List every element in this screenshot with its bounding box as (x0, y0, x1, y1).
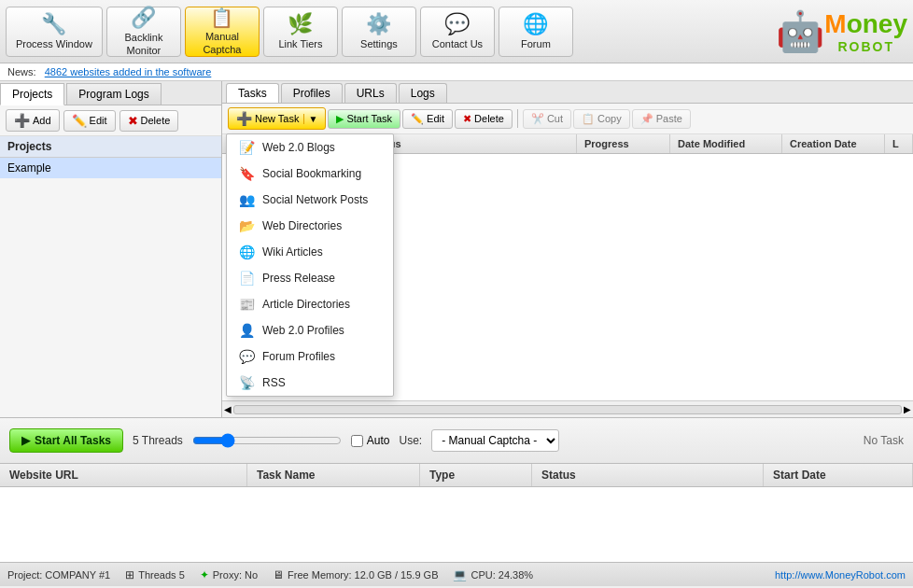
paste-button[interactable]: 📌 Paste (632, 109, 691, 129)
social-bookmarking-icon: 🔖 (238, 165, 255, 182)
status-cpu: 💻 CPU: 24.38% (453, 568, 533, 581)
scroll-right-arrow[interactable]: ▶ (904, 404, 911, 414)
status-threads-label: Threads 5 (138, 569, 185, 581)
edit-task-button[interactable]: ✏️ Edit (402, 109, 453, 129)
forum-button[interactable]: 🌐 Forum (499, 7, 573, 57)
th-date-modified: Date Modified (670, 134, 782, 153)
copy-label: Copy (597, 113, 622, 124)
social-network-posts-icon: 👥 (238, 191, 255, 208)
delete-task-button[interactable]: ✖ Delete (455, 109, 513, 129)
copy-icon: 📋 (582, 113, 595, 125)
cut-button[interactable]: ✂️ Cut (523, 109, 571, 129)
auto-checkbox[interactable] (351, 435, 363, 447)
backlink-monitor-icon: 🔗 (131, 6, 156, 30)
logo-sub: ROBOT (837, 39, 894, 54)
link-tiers-icon: 🌿 (288, 12, 313, 36)
manual-captcha-label: ManualCaptcha (203, 31, 241, 55)
status-proxy-label: Proxy: No (213, 569, 258, 581)
edit-task-icon: ✏️ (411, 113, 424, 125)
start-all-tasks-button[interactable]: ▶ Start All Tasks (9, 428, 123, 453)
th-last: L (885, 134, 913, 153)
status-proxy: ✦ Proxy: No (200, 568, 258, 581)
settings-label: Settings (360, 38, 398, 50)
captcha-select[interactable]: - Manual Captcha - (431, 429, 559, 452)
projects-section-header: Projects (0, 136, 221, 158)
dropdown-web20blogs[interactable]: 📝 Web 2.0 Blogs (227, 134, 393, 161)
forum-profiles-label: Forum Profiles (262, 350, 335, 363)
contact-us-button[interactable]: 💬 Contact Us (420, 7, 495, 57)
tab-logs[interactable]: Logs (399, 83, 447, 103)
news-link[interactable]: 4862 websites added in the software (45, 66, 212, 77)
new-task-dropdown-arrow[interactable]: ▼ (303, 114, 317, 124)
th-progress: Progress (577, 134, 670, 153)
manual-captcha-icon: 📋 (210, 7, 233, 29)
delete-project-button[interactable]: ✖ Delete (119, 110, 179, 132)
auto-checkbox-label[interactable]: Auto (351, 434, 390, 447)
robot-icon: 🤖 (776, 8, 824, 54)
logo-text: Money (824, 9, 907, 39)
proxy-icon: ✦ (200, 568, 209, 581)
status-website-link[interactable]: http://www.MoneyRobot.com (775, 569, 906, 581)
bottom-controls: ▶ Start All Tasks 5 Threads Auto Use: - … (0, 417, 913, 464)
web20blogs-icon: 📝 (238, 139, 255, 156)
dropdown-web-directories[interactable]: 📂 Web Directories (227, 213, 393, 239)
tab-profiles[interactable]: Profiles (281, 83, 343, 103)
no-task-label: No Task (864, 434, 904, 447)
tab-tasks[interactable]: Tasks (226, 83, 279, 103)
threads-slider[interactable] (192, 433, 342, 448)
bottom-table-header: Website URL Task Name Type Status Start … (0, 464, 913, 487)
article-directories-icon: 📰 (238, 296, 255, 313)
dropdown-wiki-articles[interactable]: 🌐 Wiki Articles (227, 239, 393, 265)
paste-label: Paste (656, 113, 682, 124)
right-panel: Tasks Profiles URLs Logs ➕ New Task ▼ 📝 … (222, 81, 913, 417)
start-task-button[interactable]: ▶ Start Task (328, 109, 400, 129)
status-bar: Project: COMPANY #1 ⊞ Threads 5 ✦ Proxy:… (0, 562, 913, 586)
link-tiers-button[interactable]: 🌿 Link Tiers (263, 7, 338, 57)
bth-status: Status (532, 464, 764, 486)
dropdown-forum-profiles[interactable]: 💬 Forum Profiles (227, 343, 393, 370)
start-all-icon: ▶ (21, 434, 30, 447)
new-task-button[interactable]: ➕ New Task ▼ (228, 107, 326, 130)
forum-label: Forum (521, 38, 551, 50)
process-window-button[interactable]: 🔧 Process Window (6, 7, 103, 57)
dropdown-rss[interactable]: 📡 RSS (227, 370, 393, 396)
status-threads: ⊞ Threads 5 (125, 568, 185, 581)
left-actions: ➕ Add ✏️ Edit ✖ Delete (0, 105, 221, 136)
web20blogs-label: Web 2.0 Blogs (262, 141, 335, 154)
dropdown-press-release[interactable]: 📄 Press Release (227, 265, 393, 291)
right-tab-bar: Tasks Profiles URLs Logs (222, 81, 913, 104)
scroll-left-arrow[interactable]: ◀ (224, 404, 232, 414)
copy-button[interactable]: 📋 Copy (573, 109, 630, 129)
status-cpu-label: CPU: 24.38% (471, 569, 533, 581)
backlink-monitor-button[interactable]: 🔗 BacklinkMonitor (106, 7, 181, 57)
settings-button[interactable]: ⚙️ Settings (342, 7, 416, 57)
tab-urls[interactable]: URLs (344, 83, 397, 103)
dropdown-social-bookmarking[interactable]: 🔖 Social Bookmarking (227, 161, 393, 187)
forum-icon: 🌐 (523, 12, 548, 36)
dropdown-social-network-posts[interactable]: 👥 Social Network Posts (227, 187, 393, 213)
dropdown-web20profiles[interactable]: 👤 Web 2.0 Profiles (227, 317, 393, 343)
new-task-dropdown: 📝 Web 2.0 Blogs 🔖 Social Bookmarking 👥 S… (226, 133, 394, 397)
tab-program-logs[interactable]: Program Logs (66, 83, 161, 105)
bth-start-date: Start Date (764, 464, 913, 486)
logo: 🤖 Money ROBOT (776, 8, 907, 54)
web-directories-label: Web Directories (262, 219, 342, 232)
rss-label: RSS (262, 376, 286, 389)
scroll-track[interactable] (233, 405, 902, 414)
horizontal-scrollbar[interactable]: ◀ ▶ (222, 400, 913, 417)
memory-icon: 🖥 (273, 568, 284, 581)
paste-icon: 📌 (640, 113, 653, 125)
status-memory: 🖥 Free Memory: 12.0 GB / 15.9 GB (273, 568, 438, 581)
news-bar: News: 4862 websites added in the softwar… (0, 63, 913, 81)
add-project-button[interactable]: ➕ Add (6, 109, 60, 132)
status-project-label: Project: COMPANY #1 (7, 569, 110, 581)
wiki-articles-icon: 🌐 (238, 244, 255, 260)
tab-projects[interactable]: Projects (0, 83, 64, 105)
project-example[interactable]: Example (0, 158, 221, 178)
social-network-posts-label: Social Network Posts (262, 193, 368, 206)
manual-captcha-button[interactable]: 📋 ManualCaptcha (185, 7, 260, 57)
link-tiers-label: Link Tiers (278, 38, 322, 50)
delete-label: Delete (141, 115, 171, 126)
dropdown-article-directories[interactable]: 📰 Article Directories (227, 291, 393, 317)
edit-project-button[interactable]: ✏️ Edit (63, 110, 116, 132)
